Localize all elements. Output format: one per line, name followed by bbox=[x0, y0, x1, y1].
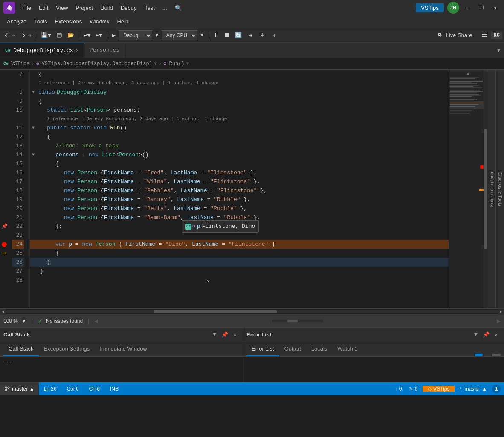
back-button[interactable] bbox=[2, 31, 17, 40]
zoom-dropdown[interactable]: ▼ bbox=[21, 318, 26, 324]
save-all-button[interactable]: 💾▼ bbox=[39, 31, 53, 40]
branch-name: master bbox=[12, 386, 28, 392]
status-line[interactable]: Ln 26 bbox=[42, 386, 58, 392]
live-share-button[interactable]: Live Share bbox=[432, 31, 476, 40]
git-status[interactable]: master ▲ bbox=[0, 382, 39, 395]
solution-explorer-tab[interactable]: Solution Explorer bbox=[487, 70, 495, 308]
h-scroll-right[interactable]: ▶ bbox=[498, 309, 504, 315]
breadcrumb-method[interactable]: Run() bbox=[169, 61, 185, 67]
tab-watch1[interactable]: Watch 1 bbox=[332, 342, 362, 356]
menu-build[interactable]: Build bbox=[97, 3, 116, 13]
menu-edit[interactable]: Edit bbox=[35, 3, 52, 13]
tab-immediate-window[interactable]: Immediate Window bbox=[95, 342, 152, 356]
debug-step-out[interactable] bbox=[269, 31, 280, 40]
fold-14[interactable]: ▼ bbox=[32, 152, 35, 157]
menu-view[interactable]: View bbox=[52, 3, 71, 13]
code-ref-11: 1 reference | Jeremy Hutchinson, 3 days … bbox=[37, 115, 449, 124]
forward-button[interactable] bbox=[18, 31, 33, 40]
debug-config-select[interactable]: Debug Release bbox=[119, 30, 152, 40]
debug-pause[interactable]: ⏸ bbox=[211, 31, 221, 40]
maximize-button[interactable]: □ bbox=[476, 3, 487, 13]
notification-badge[interactable]: 1 bbox=[492, 385, 501, 393]
tab-debuggerdisplay[interactable]: C# DebuggerDisplay.cs ✕ bbox=[0, 43, 84, 58]
undo-button[interactable]: ↩▼ bbox=[82, 31, 93, 40]
menu-file[interactable]: File bbox=[19, 3, 35, 13]
error-list-panel: Error List ▼ 📌 ✕ Error List Output Local… bbox=[243, 328, 504, 382]
breadcrumb-class[interactable]: VSTips.DebuggerDisplay.DebuggerDispl bbox=[42, 61, 152, 67]
menu-tools[interactable]: Tools bbox=[31, 17, 50, 26]
toggle-button[interactable] bbox=[479, 31, 490, 40]
menu-test[interactable]: Test bbox=[141, 3, 158, 13]
gutter-24[interactable] bbox=[0, 240, 9, 249]
platform-dropdown[interactable]: ▼ bbox=[198, 31, 206, 40]
fold-11[interactable]: ▼ bbox=[32, 126, 35, 130]
tab-exception-settings[interactable]: Exception Settings bbox=[39, 342, 95, 356]
breadcrumb-project[interactable]: VSTips bbox=[11, 61, 29, 67]
tab-locals[interactable]: Locals bbox=[306, 342, 333, 356]
error-list-tabs: Error List Output Locals Watch 1 bbox=[243, 342, 504, 356]
save-button[interactable] bbox=[54, 31, 64, 40]
status-ch[interactable]: Ch 6 bbox=[87, 386, 101, 392]
error-list-dropdown-btn[interactable]: ▼ bbox=[472, 331, 480, 339]
menu-debug[interactable]: Debug bbox=[117, 3, 140, 13]
code-line-18: new Person {FirstName = "Pebbles", LastN… bbox=[37, 186, 449, 195]
close-button[interactable]: ✕ bbox=[490, 3, 501, 13]
menu-window[interactable]: Window bbox=[86, 17, 113, 26]
error-list-close-btn[interactable]: ✕ bbox=[492, 331, 501, 339]
call-stack-dropdown-btn[interactable]: ▼ bbox=[210, 331, 219, 339]
h-scroll-area: ◀ ▶ bbox=[0, 308, 504, 314]
minimap-scroll-up[interactable]: ▲ bbox=[450, 72, 486, 76]
vstips-label: VSTips bbox=[433, 386, 449, 392]
debug-step-over[interactable] bbox=[245, 31, 256, 40]
diagnostic-tools-tab[interactable]: Diagnostic Tools bbox=[495, 70, 504, 308]
status-errors[interactable]: ↑ 0 bbox=[393, 386, 404, 392]
menu-project[interactable]: Project bbox=[72, 3, 96, 13]
call-stack-close-btn[interactable]: ✕ bbox=[231, 331, 239, 339]
debug-stop[interactable]: ⏹ bbox=[222, 31, 232, 40]
tab-person-label: Person.cs bbox=[90, 47, 119, 53]
vstips-status[interactable]: ◇ VSTips bbox=[423, 386, 455, 392]
debug-restart[interactable]: 🔄 bbox=[233, 31, 244, 40]
tab-dropdown[interactable]: ▼ bbox=[494, 47, 504, 54]
menu-more[interactable]: ... bbox=[159, 3, 171, 13]
code-line-13: //Todo: Show a task bbox=[37, 141, 449, 150]
tab-error-list[interactable]: Error List bbox=[246, 342, 279, 356]
menu-search[interactable]: 🔍 bbox=[171, 3, 185, 13]
menu-help[interactable]: Help bbox=[113, 17, 132, 26]
h-scroll-track[interactable] bbox=[6, 310, 498, 313]
minimap-scrollbar-thumb[interactable] bbox=[484, 129, 487, 249]
zoom-level[interactable]: 100 % bbox=[3, 318, 18, 324]
open-button[interactable]: 📂 bbox=[65, 31, 76, 40]
status-ins[interactable]: INS bbox=[108, 386, 120, 392]
gutter-12 bbox=[0, 132, 9, 141]
vstips-button[interactable]: VSTips bbox=[416, 3, 443, 12]
breakpoint-dot[interactable] bbox=[2, 242, 7, 247]
code-editor[interactable]: { 1 reference | Jeremy Hutchinson, 3 day… bbox=[37, 70, 449, 308]
branch-dropdown[interactable]: ▲ bbox=[29, 386, 35, 392]
menu-analyze[interactable]: Analyze bbox=[3, 17, 30, 26]
tab-person[interactable]: Person.cs bbox=[84, 43, 125, 58]
debug-step-in[interactable] bbox=[257, 31, 268, 40]
tab-debuggerdisplay-close[interactable]: ✕ bbox=[76, 47, 79, 54]
fold-8[interactable]: ▼ bbox=[32, 90, 35, 95]
user-avatar[interactable]: JH bbox=[447, 2, 459, 14]
status-col[interactable]: Col 6 bbox=[65, 386, 81, 392]
debug-config-dropdown[interactable]: ▼ bbox=[153, 31, 161, 40]
minimize-button[interactable]: — bbox=[463, 3, 473, 13]
platform-select[interactable]: Any CPU x64 x86 bbox=[162, 30, 197, 40]
gutter-21 bbox=[0, 213, 9, 222]
tab-call-stack[interactable]: Call Stack bbox=[3, 342, 39, 356]
status-warnings[interactable]: ✎ 6 bbox=[407, 386, 420, 392]
redo-button[interactable]: ↪▼ bbox=[93, 31, 104, 40]
tab-output[interactable]: Output bbox=[279, 342, 306, 356]
gutter-20 bbox=[0, 204, 9, 213]
status-branch[interactable]: ⑂ master ▲ bbox=[458, 386, 489, 392]
menu-extensions[interactable]: Extensions bbox=[52, 17, 86, 26]
h-scroll-left[interactable]: ◀ bbox=[0, 309, 6, 315]
h-scroll-thumb[interactable] bbox=[154, 310, 277, 313]
debug-start[interactable]: ▶ bbox=[110, 31, 118, 40]
error-list-pin-btn[interactable]: 📌 bbox=[482, 331, 490, 339]
call-stack-pin-btn[interactable]: 📌 bbox=[220, 331, 229, 339]
svg-point-4 bbox=[5, 387, 7, 388]
rc-button[interactable]: RC bbox=[491, 32, 502, 39]
